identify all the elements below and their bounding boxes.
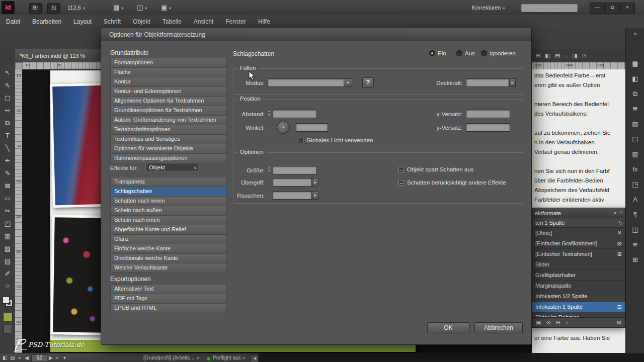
angle-dial[interactable] [277, 121, 290, 134]
collapse-panel-icon[interactable]: » [614, 208, 617, 218]
basic-attribute-item[interactable]: Grundlinienoptionen für Textrahmen [110, 106, 227, 116]
menu-item[interactable]: Bearbeiten [32, 18, 61, 25]
next-page-button[interactable]: ▶ [49, 354, 53, 361]
basic-attribute-item[interactable]: Autom. Größenänderung von Textrahmen [110, 115, 227, 125]
basic-attribute-item[interactable]: Kontur- und Eckenoptionen [110, 86, 227, 97]
basic-attribute-item[interactable]: Rahmeneinpassungsoptionen [110, 153, 227, 163]
global-light-checkbox[interactable]: – [298, 138, 303, 143]
size-stepper[interactable]: ▴▾ [267, 166, 272, 173]
radio-on[interactable] [429, 50, 435, 56]
dock-icon[interactable]: ⊞ [536, 52, 540, 59]
dialog-title-bar[interactable]: Optionen für Objektformatersetzung [101, 28, 531, 41]
tool-icon[interactable]: ⇖ [0, 79, 15, 92]
spread-field[interactable] [273, 178, 312, 187]
first-page-button[interactable]: « [18, 354, 21, 361]
noise-field[interactable] [273, 191, 312, 200]
panel-icon[interactable]: ▨ [632, 120, 638, 128]
page-view-icon[interactable]: ◧ [3, 354, 7, 361]
tool-icon[interactable]: ▭ [0, 192, 15, 205]
menu-item[interactable]: Objekt [133, 18, 150, 25]
object-styles-panel-header[interactable]: ektformate » ≡ [532, 208, 625, 218]
preflight-menu[interactable]: Preflight aus▾ [213, 354, 245, 361]
object-style-item[interactable]: Grafikplatzhalter [532, 270, 625, 281]
apply-color-swatch[interactable] [3, 313, 13, 321]
dock-icon[interactable]: ◨ [572, 52, 577, 59]
panel-icon[interactable]: ≣ [632, 105, 638, 113]
noise-slider-button[interactable]: ▸ [312, 191, 318, 200]
effect-item[interactable]: Schatten nach innen [110, 196, 227, 206]
basic-attribute-item[interactable]: Optionen für verankerte Objekte [110, 144, 227, 154]
document-tab[interactable]: *K6_Farben.indd @ 113 % [15, 49, 104, 62]
panel-icon[interactable]: ◧ [632, 74, 638, 83]
menu-item[interactable]: Hilfe [258, 18, 270, 25]
basic-attribute-item[interactable]: Kontur [110, 77, 227, 87]
tool-icon[interactable]: T [0, 129, 15, 142]
minimize-button[interactable]: — [590, 3, 605, 14]
horizontal-scrollbar[interactable] [259, 353, 644, 362]
radio-ignore[interactable] [481, 50, 487, 56]
ruler-origin[interactable] [15, 62, 22, 69]
clear-overrides-button[interactable]: ▣ [536, 319, 541, 326]
tool-icon[interactable]: ╲ [0, 142, 15, 154]
screen-mode-icon[interactable]: ◫▾ [137, 4, 147, 11]
dock-icon[interactable]: ⊡ [582, 52, 587, 59]
y-offset-field[interactable] [466, 123, 510, 132]
knockout-shadow-checkbox[interactable]: – [398, 167, 404, 172]
stock-button[interactable]: St [47, 3, 60, 14]
dock-icon[interactable]: ◧ [545, 52, 550, 59]
menu-item[interactable]: Fenster [225, 18, 246, 25]
restore-button[interactable]: ⧉ [605, 3, 620, 14]
effect-item[interactable]: Transparenz [110, 177, 227, 187]
panel-menu-icon[interactable]: ≡ [620, 208, 623, 218]
tool-icon[interactable]: ✒ [0, 154, 15, 167]
effect-item[interactable]: Schein nach innen [110, 215, 227, 225]
object-style-item[interactable]: [Ohne] ✕ [532, 228, 625, 238]
tool-icon[interactable]: ▤ [0, 255, 15, 267]
effect-item[interactable]: Weiche Verlaufskante [110, 263, 227, 273]
tool-icon[interactable]: ◰ [0, 217, 15, 230]
tool-icon[interactable]: ▢ [0, 92, 15, 104]
basic-attribute-item[interactable]: Textumfluss und Sonstiges [110, 134, 227, 144]
delete-style-button[interactable]: ⊠ [617, 319, 621, 326]
applied-style-row[interactable]: ten 1 Spalte ϟ [532, 218, 625, 228]
effect-item[interactable]: Schlagschatten [110, 187, 227, 197]
export-option-item[interactable]: PDF mit Tags [110, 294, 227, 304]
menu-item[interactable]: Layout [73, 18, 92, 25]
break-link-button[interactable]: ⊟ [556, 319, 560, 326]
panel-icon[interactable]: ▥ [632, 150, 638, 158]
effects-target-dropdown[interactable]: Objekt ▾ [145, 163, 198, 172]
tool-icon[interactable]: ↖ [0, 66, 15, 79]
object-style-item[interactable]: Infokasten 1/2 Spalte [532, 291, 625, 302]
effect-item[interactable]: Abgeflachte Kante und Relief [110, 225, 227, 235]
new-style-button[interactable]: + [566, 320, 569, 326]
bridge-button[interactable]: Br [29, 3, 42, 14]
basic-attribute-item[interactable]: Allgemeine Optionen für Textrahmen [110, 96, 227, 106]
help-button[interactable]: ? [362, 77, 374, 88]
panel-icon[interactable]: fx [632, 165, 637, 173]
dock-icon[interactable]: ≡ [565, 53, 568, 59]
panel-icon[interactable]: ◫ [632, 225, 638, 234]
object-style-item[interactable]: Marginalspalte [532, 281, 625, 291]
zoom-level-dropdown[interactable]: 112,6▾ [67, 5, 85, 11]
menu-item[interactable]: Datei [6, 18, 20, 25]
opacity-slider-button[interactable]: ▸ [509, 78, 516, 87]
view-options-icon[interactable]: ▦▾ [113, 4, 123, 11]
fill-stroke-swatch[interactable] [3, 297, 13, 307]
object-style-item[interactable]: [Einfacher Textrahmen] ⊞ [532, 249, 625, 259]
distance-stepper[interactable]: ▴▾ [267, 110, 272, 117]
distance-field[interactable] [273, 110, 317, 118]
menu-item[interactable]: Ansicht [194, 18, 213, 25]
search-input[interactable] [521, 3, 578, 13]
expand-panels-icon[interactable]: « [626, 30, 644, 36]
view-mode-button[interactable] [4, 325, 12, 333]
tool-icon[interactable]: ▥ [0, 230, 15, 242]
radio-off[interactable] [456, 50, 462, 56]
scroll-left-button[interactable]: ◀ [251, 354, 259, 362]
object-style-item[interactable]: Infokasten 1 Spalte ⊡ [532, 302, 625, 312]
panel-icon[interactable]: ≋ [632, 240, 638, 249]
spread-view-icon[interactable]: ▤ [10, 354, 15, 361]
export-option-item[interactable]: Alternativer Text [110, 284, 227, 294]
basic-attribute-item[interactable]: Fläche [110, 67, 227, 77]
preflight-profile-dropdown[interactable]: [Grundprofil] (Arbeits…▾ [143, 354, 199, 361]
menu-item[interactable]: Tabelle [163, 18, 182, 25]
